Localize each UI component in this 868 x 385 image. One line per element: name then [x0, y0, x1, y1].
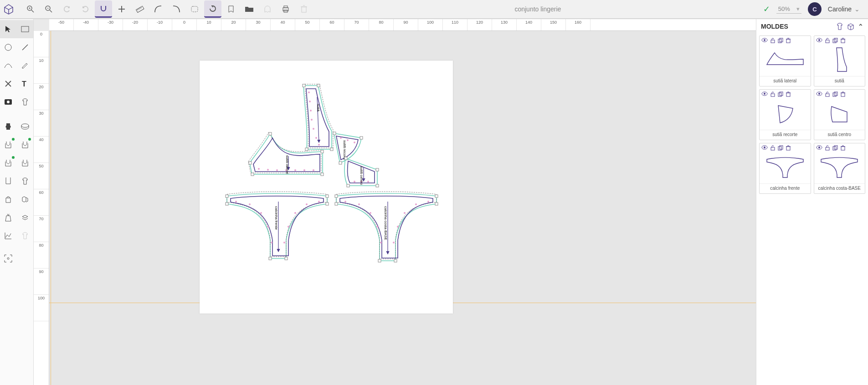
line-tool[interactable] [17, 38, 34, 56]
artboard[interactable]: sutiã lateral sutiã [200, 61, 453, 314]
undo-button[interactable] [58, 0, 76, 18]
app-logo[interactable] [0, 0, 17, 18]
svg-rect-148 [771, 147, 775, 150]
svg-point-97 [358, 203, 360, 205]
select-shape-button[interactable] [186, 0, 203, 18]
folder-button[interactable] [241, 0, 258, 18]
lock-icon[interactable] [825, 145, 830, 151]
piece-sutia[interactable] [303, 84, 333, 151]
guide-vertical[interactable] [51, 31, 51, 385]
lock-icon[interactable] [770, 91, 775, 97]
text-tool[interactable]: T [17, 75, 34, 93]
svg-marker-23 [5, 26, 10, 32]
eye-icon[interactable] [816, 91, 822, 97]
eye-icon[interactable] [761, 38, 768, 43]
pieces-tool[interactable] [17, 190, 34, 208]
graph-tool[interactable] [0, 227, 17, 245]
lock-icon[interactable] [770, 145, 775, 151]
pencil-tool[interactable] [17, 56, 34, 75]
box-icon[interactable] [847, 23, 854, 30]
shirt-alt-tool[interactable] [17, 172, 34, 190]
redo-button[interactable] [77, 0, 94, 18]
piece-button[interactable] [222, 0, 240, 18]
rotate-button[interactable] [204, 0, 221, 18]
circle-tool[interactable] [0, 38, 17, 56]
tank-tool-b[interactable] [17, 136, 34, 154]
svg-point-123 [818, 39, 820, 41]
svg-point-81 [267, 226, 269, 228]
curve-left-button[interactable] [149, 0, 167, 18]
print-button[interactable] [277, 0, 294, 18]
trash-icon[interactable] [841, 91, 845, 97]
svg-point-75 [367, 181, 369, 182]
mold-card[interactable]: calcinha frente [759, 143, 811, 194]
svg-rect-93 [285, 257, 288, 260]
curve-tool[interactable] [0, 56, 17, 75]
trash-icon[interactable] [786, 91, 791, 97]
mold-card[interactable]: sutiã recorte [759, 89, 811, 140]
user-avatar[interactable]: C [808, 2, 822, 16]
collapse-panel-icon[interactable]: ⌃ [858, 23, 863, 30]
lock-icon[interactable] [825, 91, 830, 97]
sleeve-tool[interactable] [0, 172, 17, 190]
tape-tool[interactable] [17, 117, 34, 136]
copy-icon[interactable] [778, 145, 783, 151]
svg-rect-143 [841, 93, 845, 96]
add-point-button[interactable] [113, 0, 130, 18]
bag-tool[interactable] [0, 190, 17, 208]
mold-card[interactable]: calcinha costa-BASE [814, 143, 866, 194]
eye-icon[interactable] [761, 145, 768, 151]
svg-rect-62 [333, 132, 336, 135]
mold-card[interactable]: sutiã [814, 35, 866, 86]
svg-point-67 [354, 142, 355, 143]
svg-rect-42 [249, 162, 252, 164]
svg-point-105 [427, 201, 429, 203]
svg-point-82 [271, 242, 272, 243]
svg-rect-71 [376, 184, 379, 187]
ruler-button[interactable] [131, 0, 149, 18]
zoom-select[interactable]: 50%▾ [776, 5, 801, 14]
user-menu[interactable]: Caroline⌄ [828, 5, 860, 13]
trash-icon[interactable] [841, 38, 845, 43]
lock-icon[interactable] [770, 38, 775, 43]
document-title[interactable]: conjunto lingerie [313, 5, 763, 13]
mold-card[interactable]: sutiã lateral [759, 35, 811, 86]
snap-button[interactable] [95, 0, 112, 18]
svg-point-102 [397, 226, 399, 228]
dress-tool[interactable] [0, 208, 17, 227]
mold-card[interactable]: sutiã centro [814, 89, 866, 140]
scan-tool[interactable] [0, 249, 17, 268]
trash-icon[interactable] [786, 38, 791, 43]
svg-point-139 [818, 93, 820, 95]
copy-icon[interactable] [832, 91, 838, 97]
zoom-in-button[interactable] [22, 0, 39, 18]
svg-point-79 [249, 203, 251, 205]
rectangle-tool[interactable] [17, 20, 34, 38]
trash-icon[interactable] [786, 145, 791, 151]
tank-tool-a[interactable] [0, 136, 17, 154]
copy-icon[interactable] [832, 38, 838, 43]
tank-tool-d[interactable] [17, 154, 34, 172]
svg-rect-110 [378, 259, 381, 262]
canvas[interactable]: sutiã lateral sutiã [49, 31, 756, 385]
zoom-out-button[interactable] [40, 0, 57, 18]
curve-right-button[interactable] [168, 0, 185, 18]
copy-icon[interactable] [778, 38, 783, 43]
ghost-button [259, 0, 276, 18]
delete-point-tool[interactable] [0, 75, 17, 93]
eye-icon[interactable] [816, 145, 822, 151]
trash-icon[interactable] [841, 145, 845, 151]
body-tool[interactable] [0, 117, 17, 136]
eye-icon[interactable] [816, 38, 822, 43]
image-tool[interactable] [0, 93, 17, 111]
tank-tool-c[interactable] [0, 154, 17, 172]
layers-tool[interactable] [17, 208, 34, 227]
shirt-tool[interactable] [17, 93, 34, 111]
copy-icon[interactable] [778, 91, 783, 97]
lock-icon[interactable] [825, 38, 830, 43]
select-tool[interactable] [0, 20, 17, 38]
svg-rect-135 [786, 93, 790, 96]
shirt-outline-icon[interactable] [836, 23, 843, 30]
copy-icon[interactable] [832, 145, 838, 151]
eye-icon[interactable] [761, 91, 768, 97]
